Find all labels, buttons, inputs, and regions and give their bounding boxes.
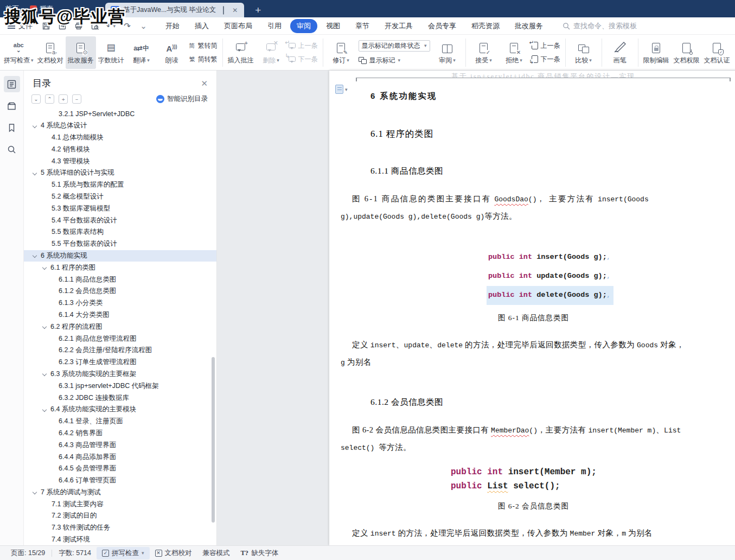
toc-item[interactable]: 5 系统详细的设计与实现 [24,167,216,179]
compare-button[interactable]: 比较▾ [568,36,599,69]
toc-item[interactable]: 6.1.4 大分类类图 [24,309,216,321]
prev-change-button[interactable]: ↵上一条 [532,41,560,50]
translate-button[interactable]: a⇄中 翻译▾ [126,36,157,69]
toc-collapse-all-button[interactable]: － [72,94,81,104]
file-menu-button[interactable]: 文件 [8,21,33,31]
menu-tab-开发工具[interactable]: 开发工具 [378,19,419,33]
chevron-down-icon[interactable] [42,408,47,412]
toc-item[interactable]: 6.2.1 商品信息管理流程图 [24,333,216,345]
restrict-editing-button[interactable]: 限制编辑 [641,36,672,69]
toc-close-icon[interactable]: ✕ [201,79,208,88]
menu-tab-会员专享[interactable]: 会员专享 [421,19,463,33]
chevron-down-icon[interactable] [33,123,37,128]
toc-item[interactable]: 7.1 测试主要内容 [24,498,216,510]
undo-icon[interactable]: ↶▾ [106,21,116,30]
new-tab-button[interactable]: + [252,3,264,17]
toc-item[interactable]: 5.5 平台数据表的设计 [24,238,216,250]
tab-docer[interactable]: 稻壳 [24,0,59,17]
chevron-down-icon[interactable] [42,372,47,376]
spell-check-button[interactable]: abc⌄ 拼写检查▾ [2,36,35,69]
toc-item[interactable]: 6.4.4 商品添加界面 [24,451,216,463]
track-changes-button[interactable]: ✎ 修订▾ [326,36,356,69]
trad-to-simp-button[interactable]: 简繁转简 [189,41,218,50]
grading-service-button[interactable]: ⊙ 批改服务 [66,36,96,69]
bookmark-panel-button[interactable] [4,119,20,136]
simp-to-trad-button[interactable]: 繁简转繁 [189,55,218,64]
toc-item[interactable]: 6.4.1 登录、注册页面 [24,416,216,428]
reject-button[interactable]: ✕ 拒绝▾ [499,36,529,69]
tab-close-icon[interactable]: ✕ [231,7,239,14]
save-icon[interactable] [41,21,50,30]
prev-comment-button[interactable]: ↵上一条 [289,41,318,50]
print-icon[interactable] [74,21,83,30]
markup-state-select[interactable]: 显示标记的最终状态▾ [359,40,430,52]
word-count-indicator[interactable]: 字数: 5714 [53,547,97,559]
document-certify-button[interactable]: ✓ 文档认证 [702,36,732,69]
toc-item[interactable]: 6.3 系统功能实现的主要框架 [24,368,216,380]
toc-item[interactable]: 6.2 程序的流程图 [24,321,216,333]
print-preview-icon[interactable] [90,21,99,30]
toc-item[interactable]: 6.1.2 会员信息类图 [24,285,216,297]
toc-item[interactable]: 7 系统的调试与测试 [24,487,216,499]
toc-item[interactable]: 5.3 数据库逻辑模型 [24,202,216,214]
next-change-button[interactable]: ↳下一条 [532,55,560,64]
document-proof-button[interactable]: a- 文档校对 [35,36,66,69]
tab-pin-icon[interactable] [220,7,227,14]
toc-item[interactable]: 6.1.3 小分类类 [24,297,216,309]
outline-panel-button[interactable] [4,76,20,92]
toc-item[interactable]: 4.1 总体功能模块 [24,132,216,144]
tab-home[interactable]: 首页 [0,0,24,17]
chevron-down-icon[interactable] [33,171,37,175]
toc-item[interactable]: 6 系统功能实现 [24,250,216,262]
menu-tab-审阅[interactable]: 审阅 [290,19,317,33]
toc-item[interactable]: 6.4.5 会员管理界面 [24,463,216,475]
toc-item[interactable]: 6.1.1 商品信息类图 [24,273,216,285]
toc-item[interactable]: 7.2 测试的目的 [24,510,216,522]
redo-icon[interactable]: ↷ [123,21,132,30]
menu-tab-批改服务[interactable]: 批改服务 [508,19,549,33]
compat-mode-indicator[interactable]: 兼容模式 [197,547,235,559]
chevron-down-icon[interactable] [33,490,37,494]
search-panel-button[interactable] [4,141,20,157]
toc-item[interactable]: 5.2 概念模型设计 [24,191,216,203]
missing-font-indicator[interactable]: T? 缺失字体 [235,547,284,559]
toolbar-collapse-icon[interactable]: ⌄ [139,21,148,30]
toc-item[interactable]: 5.5 数据库表结构 [24,226,216,238]
menu-tab-插入[interactable]: 插入 [188,19,215,33]
toc-expand-all-button[interactable]: ＋ [59,94,68,104]
chevron-down-icon[interactable] [42,265,47,270]
heading-margin-marker[interactable]: ▾ [335,85,348,94]
toc-item[interactable]: 5.4 平台数据表的设计 [24,214,216,226]
menu-tab-章节[interactable]: 章节 [349,19,376,33]
toc-expand-up-button[interactable]: ⌃ [45,94,54,104]
chevron-down-icon[interactable] [42,324,47,329]
read-aloud-button[interactable]: A))) 朗读 [157,36,187,69]
toc-item[interactable]: 6.3.2 JDBC 连接数据库 [24,392,216,404]
toc-item[interactable]: 6.2.3 订单生成管理流程图 [24,357,216,368]
accept-button[interactable]: ✓ 接受▾ [469,36,499,69]
toc-item[interactable]: 4.2 销售模块 [24,143,216,155]
clipboard-panel-button[interactable] [4,98,20,114]
menu-tab-页面布局[interactable]: 页面布局 [218,19,259,33]
insert-comment-button[interactable]: + 插入批注 [226,36,256,69]
toc-scrollbar[interactable] [212,357,215,523]
document-permission-button[interactable]: 文档权限 [672,36,702,69]
toc-item[interactable]: 4 系统总体设计 [24,120,216,132]
show-markup-button[interactable]: 显示标记▾ [359,56,430,65]
toc-item[interactable]: 6.4.3 商品管理界面 [24,439,216,451]
menu-tab-视图[interactable]: 视图 [319,19,347,33]
toc-item[interactable]: 6.3.1 jsp+servlet+JDBC 代码框架 [24,380,216,392]
toc-item[interactable]: 5.1 系统与数据库的配置 [24,179,216,191]
toc-item[interactable]: 6.4.2 销售界面 [24,428,216,440]
document-tab[interactable]: W 基于JavaWe...与实现 毕业论文 ✕ [105,3,244,17]
delete-comment-button[interactable]: ✕ 删除▾ [256,36,286,69]
chevron-down-icon[interactable] [33,253,37,258]
next-comment-button[interactable]: ↳下一条 [289,55,318,64]
menu-tab-开始[interactable]: 开始 [159,19,186,33]
toc-item[interactable]: 6.1 程序的类图 [24,262,216,273]
proofread-toggle[interactable]: ✕ 文档校对 [150,547,197,559]
toc-item[interactable]: 7.4 测试环境 [24,534,216,545]
page-indicator[interactable]: 页面: 15/29 [5,547,50,559]
toc-expand-down-button[interactable]: ⌄ [31,94,41,104]
toc-item[interactable]: 7.3 软件测试的任务 [24,522,216,534]
